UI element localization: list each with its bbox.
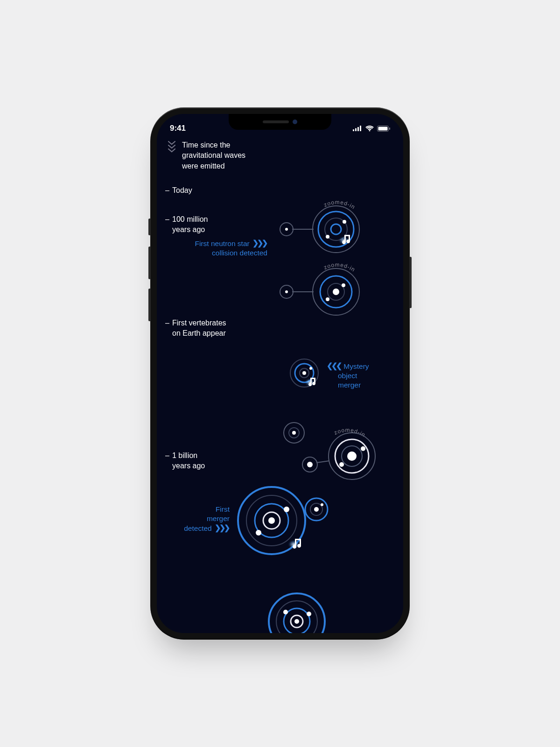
merger-bottom-cutoff-icon[interactable] (269, 593, 325, 633)
svg-point-46 (339, 462, 344, 467)
svg-point-60 (276, 601, 317, 633)
zoom-label: zoomed-in (323, 261, 357, 273)
svg-point-40 (307, 462, 313, 467)
svg-rect-2 (357, 127, 359, 131)
svg-point-28 (342, 283, 345, 287)
header-line: gravitational waves (182, 150, 245, 161)
svg-point-37 (292, 431, 296, 435)
svg-point-51 (268, 517, 275, 524)
svg-point-27 (326, 297, 329, 301)
svg-point-22 (285, 290, 288, 293)
svg-rect-0 (353, 129, 354, 131)
svg-point-44 (347, 451, 357, 461)
zoom-label: zoomed-in (323, 199, 357, 211)
svg-text:zoomed-in: zoomed-in (323, 261, 357, 273)
svg-point-52 (256, 530, 261, 536)
svg-point-12 (285, 228, 288, 231)
svg-point-32 (302, 371, 306, 375)
svg-point-45 (361, 446, 365, 451)
svg-point-64 (283, 610, 288, 614)
cellular-icon (353, 126, 362, 131)
svg-line-38 (316, 461, 329, 463)
timeline-graphics: zoomed-in zoomed-in zoomed-in (157, 173, 403, 633)
svg-point-65 (307, 612, 311, 616)
svg-point-13 (313, 206, 359, 253)
status-time: 9:41 (170, 124, 186, 133)
header-line: were emitted (182, 161, 245, 171)
speaker-grille (263, 120, 289, 123)
svg-text:zoomed-in: zoomed-in (323, 199, 357, 211)
status-right (353, 126, 390, 132)
header: Time since the gravitational waves were … (157, 136, 403, 173)
volume-down-button[interactable] (148, 289, 151, 321)
power-button[interactable] (409, 257, 412, 308)
merger-first-detected-icon[interactable] (238, 487, 328, 554)
phone-frame: 9:41 (150, 107, 410, 640)
mute-switch[interactable] (148, 218, 151, 235)
volume-up-button[interactable] (148, 247, 151, 279)
svg-point-16 (331, 224, 341, 234)
svg-point-58 (321, 503, 323, 506)
svg-rect-1 (355, 128, 357, 132)
front-camera (293, 120, 297, 124)
svg-point-18 (343, 220, 346, 224)
header-title: Time since the gravitational waves were … (182, 140, 245, 171)
merger-small-top-icon[interactable] (284, 423, 304, 443)
header-line: Time since the (182, 140, 245, 150)
svg-point-17 (326, 235, 329, 239)
svg-point-33 (309, 367, 312, 370)
merger-zoom-white-icon[interactable] (302, 433, 375, 479)
notch (229, 114, 331, 130)
merger-secondary-icon[interactable] (280, 268, 359, 315)
merger-mystery-icon[interactable] (290, 359, 318, 387)
svg-rect-6 (389, 127, 390, 130)
svg-rect-5 (378, 127, 388, 130)
svg-point-63 (294, 619, 299, 624)
battery-icon (377, 126, 390, 132)
scroll-down-indicator-icon (168, 141, 175, 152)
merger-neutron-star-icon[interactable] (280, 206, 359, 253)
timeline[interactable]: Today 100 million years ago First verteb… (157, 173, 403, 633)
svg-point-26 (333, 289, 339, 295)
svg-point-57 (314, 507, 319, 512)
svg-rect-3 (360, 126, 361, 131)
wifi-icon (365, 126, 374, 132)
screen: 9:41 (157, 114, 403, 633)
svg-point-53 (284, 507, 289, 512)
